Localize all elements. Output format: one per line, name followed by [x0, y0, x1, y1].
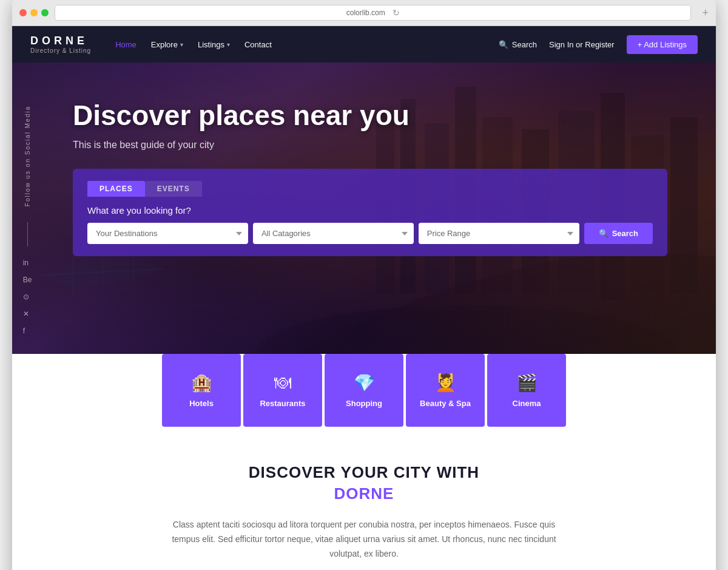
logo[interactable]: DORNE Directory & Listing	[30, 35, 91, 54]
search-button[interactable]: 🔍 Search	[584, 223, 653, 244]
nav-right: 🔍 Search Sign In or Register + Add Listi…	[499, 35, 698, 54]
category-hotels[interactable]: 🏨 Hotels	[162, 354, 241, 427]
refresh-icon[interactable]: ↻	[393, 8, 400, 18]
nav-explore[interactable]: Explore ▾	[151, 40, 183, 49]
categories-select[interactable]: All Catagories	[253, 223, 414, 244]
search-tabs: PLACES EVENTS	[87, 181, 653, 197]
sidebar-divider	[27, 222, 28, 246]
tab-places[interactable]: PLACES	[87, 181, 145, 197]
linkedin-icon[interactable]: in	[23, 259, 32, 267]
listings-chevron-icon: ▾	[227, 41, 230, 48]
signin-link[interactable]: Sign In or Register	[549, 40, 615, 49]
hotels-icon: 🏨	[191, 373, 212, 393]
nav-listings-label: Listings	[198, 40, 224, 49]
explore-chevron-icon: ▾	[180, 41, 183, 48]
search-button-label: Search	[612, 229, 638, 238]
search-label: Search	[512, 40, 537, 49]
twitter-icon[interactable]: ✕	[23, 310, 32, 318]
category-restaurants[interactable]: 🍽 Restaurants	[243, 354, 322, 427]
add-listings-button[interactable]: + Add Listings	[627, 35, 698, 54]
logo-text: DORNE	[30, 35, 91, 47]
nav-explore-label: Explore	[151, 40, 178, 49]
category-cinema[interactable]: 🎬 Cinema	[487, 354, 566, 427]
cinema-label: Cinema	[513, 399, 541, 408]
nav-contact[interactable]: Contact	[244, 40, 272, 49]
cinema-icon: 🎬	[516, 373, 538, 393]
discover-title-line2: DORNE	[61, 484, 667, 503]
beauty-spa-label: Beauty & Spa	[420, 399, 471, 408]
logo-sub: Directory & Listing	[30, 47, 91, 54]
destination-select[interactable]: Your Destinations	[87, 223, 248, 244]
discover-section: DISCOVER YOUR CITY WITH DORNE Class apte…	[12, 427, 716, 570]
url-text: colorlib.com	[346, 8, 385, 17]
nav-search-button[interactable]: 🔍 Search	[499, 40, 537, 49]
search-icon: 🔍	[499, 40, 508, 49]
new-tab-icon[interactable]: +	[702, 7, 709, 19]
shopping-icon: 💎	[354, 373, 375, 393]
beauty-spa-icon: 💆	[435, 373, 456, 393]
dot-minimize[interactable]	[30, 9, 38, 16]
hero-title: Discover places near you	[73, 99, 667, 132]
hero-content: Discover places near you This is the bes…	[12, 63, 716, 169]
search-panel: PLACES EVENTS What are you looking for? …	[73, 169, 667, 256]
search-fields: Your Destinations All Catagories Price R…	[87, 223, 653, 244]
browser-dots	[19, 9, 49, 16]
search-button-icon: 🔍	[599, 229, 608, 238]
hotels-label: Hotels	[189, 399, 214, 408]
nav-home[interactable]: Home	[115, 40, 136, 49]
dribbble-icon[interactable]: ⊙	[23, 293, 32, 301]
browser-chrome: colorlib.com ↻ +	[12, 0, 716, 26]
browser-window: colorlib.com ↻ + DORNE Directory & Listi…	[12, 0, 716, 570]
hero-section: Follow us on Social Media in Be ⊙ ✕ f Di…	[12, 63, 716, 378]
facebook-icon[interactable]: f	[23, 327, 32, 335]
categories-grid: 🏨 Hotels 🍽 Restaurants 💎 Shopping 💆 Beau…	[112, 354, 616, 427]
category-beauty-spa[interactable]: 💆 Beauty & Spa	[406, 354, 485, 427]
tab-events[interactable]: EVENTS	[145, 181, 202, 197]
price-select[interactable]: Price Range	[419, 223, 579, 244]
social-icons: in Be ⊙ ✕ f	[23, 259, 32, 335]
restaurants-label: Restaurants	[260, 399, 305, 408]
categories-section: 🏨 Hotels 🍽 Restaurants 💎 Shopping 💆 Beau…	[12, 354, 716, 427]
nav-links: Home Explore ▾ Listings ▾ Contact	[115, 40, 499, 49]
navbar: DORNE Directory & Listing Home Explore ▾…	[12, 26, 716, 63]
shopping-label: Shopping	[346, 399, 382, 408]
dot-maximize[interactable]	[41, 9, 49, 16]
discover-title-line1: DISCOVER YOUR CITY WITH	[61, 463, 667, 482]
discover-body-text: Class aptent taciti sociosqu ad litora t…	[158, 518, 570, 561]
search-question: What are you looking for?	[87, 205, 653, 215]
dot-close[interactable]	[19, 9, 27, 16]
restaurants-icon: 🍽	[274, 373, 291, 393]
hero-subtitle: This is the best guide of your city	[73, 140, 667, 151]
category-shopping[interactable]: 💎 Shopping	[325, 354, 403, 427]
address-bar[interactable]: colorlib.com ↻	[55, 5, 691, 21]
nav-listings[interactable]: Listings ▾	[198, 40, 230, 49]
behance-icon[interactable]: Be	[23, 276, 32, 284]
